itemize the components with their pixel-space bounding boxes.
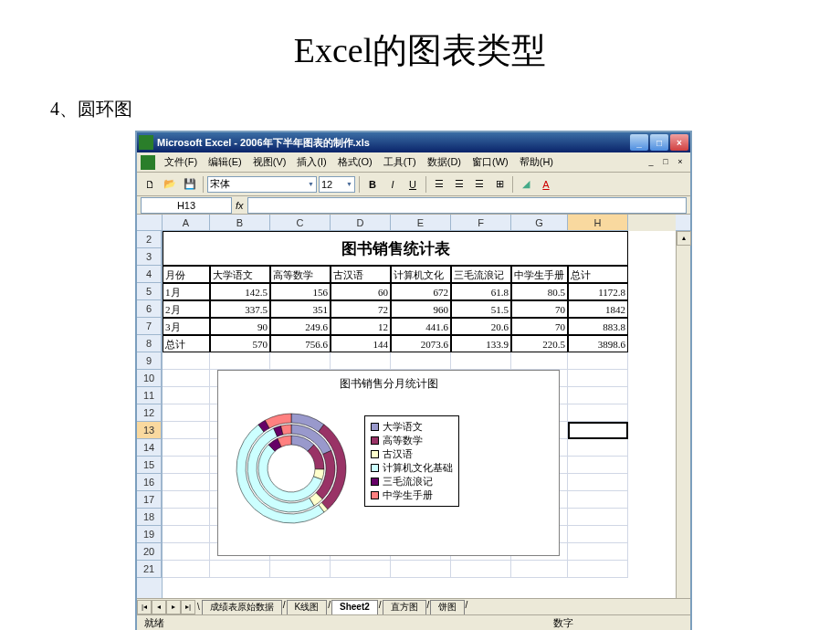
table-cell[interactable]: 249.6 — [270, 318, 331, 335]
sheet-tab[interactable]: 直方图 — [383, 600, 426, 614]
column-header-H[interactable]: H — [568, 215, 628, 231]
column-header-C[interactable]: C — [270, 215, 331, 231]
row-header-18[interactable]: 18 — [137, 509, 162, 526]
row-header-8[interactable]: 8 — [137, 335, 162, 352]
menu-data[interactable]: 数据(D) — [422, 153, 467, 171]
scroll-up-button[interactable]: ▴ — [677, 231, 691, 246]
table-cell[interactable]: 3月 — [163, 318, 210, 335]
table-cell[interactable]: 337.5 — [210, 300, 270, 318]
row-header-11[interactable]: 11 — [137, 387, 162, 404]
table-cell[interactable]: 1172.8 — [568, 283, 628, 300]
minimize-button[interactable]: _ — [630, 134, 648, 151]
name-box[interactable]: H13 — [141, 197, 232, 214]
table-header[interactable]: 总计 — [568, 266, 628, 283]
table-cell[interactable]: 20.6 — [451, 318, 511, 335]
menu-view[interactable]: 视图(V) — [247, 153, 292, 171]
menu-file[interactable]: 文件(F) — [159, 153, 203, 171]
table-cell[interactable]: 144 — [331, 335, 391, 352]
formula-bar[interactable] — [247, 197, 687, 214]
sheet-tab[interactable]: K线图 — [287, 600, 328, 614]
table-cell[interactable]: 总计 — [163, 335, 210, 352]
open-icon[interactable]: 📂 — [161, 175, 179, 194]
tab-first-button[interactable]: |◂ — [137, 600, 152, 614]
table-header[interactable]: 中学生手册 — [511, 266, 568, 283]
table-cell[interactable]: 80.5 — [511, 283, 568, 300]
column-header-G[interactable]: G — [511, 215, 568, 231]
column-header-E[interactable]: E — [391, 215, 451, 231]
table-cell[interactable]: 2月 — [163, 300, 210, 318]
row-header-20[interactable]: 20 — [137, 543, 162, 561]
table-cell[interactable]: 1842 — [568, 300, 628, 318]
menu-tools[interactable]: 工具(T) — [378, 153, 422, 171]
row-header-4[interactable]: 4 — [137, 266, 162, 283]
row-header-17[interactable]: 17 — [137, 491, 162, 509]
fx-icon[interactable]: fx — [236, 200, 244, 211]
merge-icon[interactable]: ⊞ — [490, 175, 509, 194]
sheet-tab[interactable]: 成绩表原始数据 — [202, 600, 282, 614]
row-header-19[interactable]: 19 — [137, 526, 162, 543]
select-all-corner[interactable] — [137, 215, 163, 231]
row-header-10[interactable]: 10 — [137, 370, 162, 387]
column-header-D[interactable]: D — [331, 215, 391, 231]
menu-format[interactable]: 格式(O) — [332, 153, 378, 171]
table-cell[interactable]: 672 — [391, 283, 451, 300]
table-cell[interactable]: 2073.6 — [391, 335, 451, 352]
column-header-A[interactable]: A — [163, 215, 210, 231]
table-cell[interactable]: 60 — [331, 283, 391, 300]
menu-edit[interactable]: 编辑(E) — [203, 153, 247, 171]
embedded-chart[interactable]: 图书销售分月统计图 大学语文高等数学古汉语计算机文化基础三毛流浪记中学生手册 — [217, 370, 560, 556]
menu-window[interactable]: 窗口(W) — [467, 153, 514, 171]
row-header-21[interactable]: 21 — [137, 561, 162, 578]
table-cell[interactable]: 72 — [331, 300, 391, 318]
menu-insert[interactable]: 插入(I) — [291, 153, 331, 171]
save-icon[interactable]: 💾 — [181, 175, 199, 194]
tab-prev-button[interactable]: ◂ — [152, 600, 166, 614]
close-button[interactable]: × — [670, 134, 688, 151]
row-header-7[interactable]: 7 — [137, 318, 162, 335]
table-cell[interactable]: 133.9 — [451, 335, 511, 352]
align-left-icon[interactable]: ☰ — [430, 175, 448, 194]
table-cell[interactable]: 1月 — [163, 283, 210, 300]
table-header[interactable]: 计算机文化 — [391, 266, 451, 283]
row-header-6[interactable]: 6 — [137, 300, 162, 318]
table-cell[interactable]: 70 — [511, 300, 568, 318]
table-cell[interactable]: 960 — [391, 300, 451, 318]
font-size-select[interactable]: 12 ▼ — [319, 176, 355, 193]
table-header[interactable]: 高等数学 — [270, 266, 331, 283]
align-right-icon[interactable]: ☰ — [470, 175, 488, 194]
sheet-tab[interactable]: 饼图 — [430, 600, 465, 614]
font-name-select[interactable]: 宋体 ▼ — [207, 176, 317, 193]
table-cell[interactable]: 61.8 — [451, 283, 511, 300]
maximize-button[interactable]: □ — [650, 134, 668, 151]
table-cell[interactable]: 756.6 — [270, 335, 331, 352]
table-header[interactable]: 大学语文 — [210, 266, 270, 283]
table-cell[interactable]: 220.5 — [511, 335, 568, 352]
table-cell[interactable]: 883.8 — [568, 318, 628, 335]
fill-color-icon[interactable]: ◢ — [517, 175, 535, 194]
cells-area[interactable]: 月份大学语文高等数学古汉语计算机文化三毛流浪记中学生手册总计1月142.5156… — [163, 231, 676, 598]
row-header-2[interactable]: 2 — [137, 231, 162, 248]
table-cell[interactable]: 570 — [210, 335, 270, 352]
column-header-B[interactable]: B — [210, 215, 270, 231]
sheet-tab[interactable]: Sheet2 — [331, 600, 378, 614]
menu-help[interactable]: 帮助(H) — [514, 153, 559, 171]
column-header-F[interactable]: F — [451, 215, 511, 231]
table-header[interactable]: 月份 — [163, 266, 210, 283]
align-center-icon[interactable]: ☰ — [450, 175, 468, 194]
underline-icon[interactable]: U — [404, 175, 422, 194]
vertical-scrollbar[interactable]: ▴ — [676, 231, 690, 598]
table-cell[interactable]: 51.5 — [451, 300, 511, 318]
tab-next-button[interactable]: ▸ — [166, 600, 181, 614]
table-cell[interactable]: 156 — [270, 283, 331, 300]
row-header-15[interactable]: 15 — [137, 457, 162, 474]
row-header-9[interactable]: 9 — [137, 352, 162, 370]
table-cell[interactable]: 351 — [270, 300, 331, 318]
doc-minimize-button[interactable]: _ — [645, 157, 657, 168]
row-header-3[interactable]: 3 — [137, 248, 162, 266]
tab-last-button[interactable]: ▸| — [181, 600, 195, 614]
table-cell[interactable]: 441.6 — [391, 318, 451, 335]
table-header[interactable]: 古汉语 — [331, 266, 391, 283]
row-header-5[interactable]: 5 — [137, 283, 162, 300]
doc-restore-button[interactable]: □ — [659, 157, 672, 168]
bold-icon[interactable]: B — [363, 175, 382, 194]
